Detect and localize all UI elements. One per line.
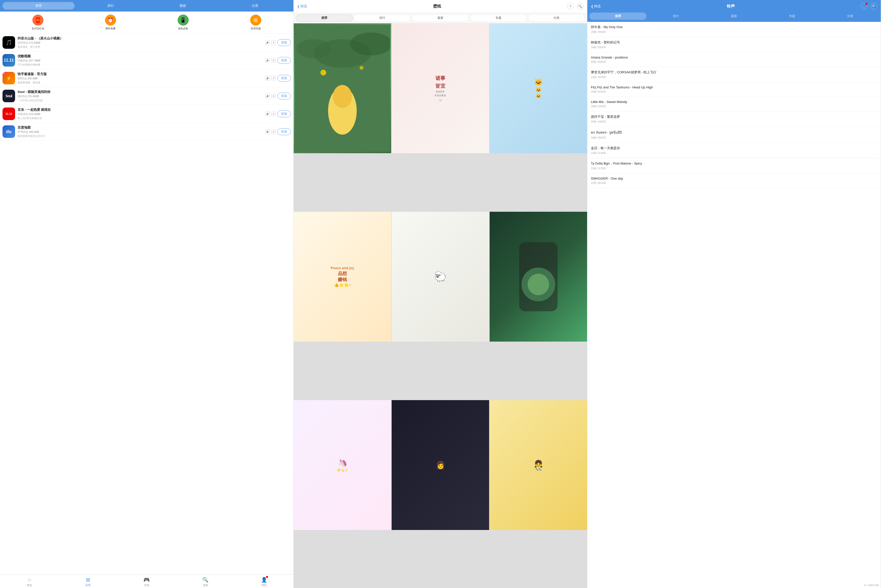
- wallpaper-cell-6[interactable]: [489, 212, 587, 342]
- wallpaper-phone: [489, 212, 587, 342]
- kuaishou-a-icon: A: [271, 76, 276, 80]
- ringtone-title: 铃声: [603, 4, 858, 9]
- nav-games[interactable]: 🎮 游戏: [117, 577, 176, 587]
- nav-apps[interactable]: ⊞ 应用: [59, 577, 117, 587]
- tab-category[interactable]: 分类: [219, 2, 291, 9]
- nav-featured[interactable]: ☆ 精选: [0, 577, 59, 587]
- nav-me[interactable]: 👤 我的: [235, 577, 293, 587]
- baidu-install-btn[interactable]: 安装: [277, 128, 291, 135]
- games-icon: 🎮: [143, 577, 150, 583]
- wallpaper-cell-1[interactable]: [294, 23, 391, 153]
- kuaishou-install-btn[interactable]: 安装: [277, 75, 291, 82]
- wallpaper-search-btn[interactable]: 🔍: [577, 3, 584, 9]
- wallpaper-help-btn[interactable]: ?: [567, 3, 573, 9]
- alipay-label: 支付宝红包: [32, 27, 44, 30]
- wallpaper-tab-new[interactable]: 最新: [412, 14, 469, 22]
- ringtone-tab-rank[interactable]: 排行: [647, 12, 704, 20]
- tab-recommend[interactable]: 推荐: [3, 2, 75, 9]
- app-item-soul: Soul Soul - 跟随灵魂找到你 183万次 276.46MB 一亿年轻人…: [0, 87, 293, 105]
- soul-install-btn[interactable]: 安装: [277, 93, 291, 99]
- youku-install-btn[interactable]: 安装: [277, 57, 291, 64]
- tab-new[interactable]: 最新: [147, 2, 219, 9]
- ringtone-item-3[interactable]: 摩登兄弟刘宇宁，CORSAK胡梦周 - 纸上飞行 24秒 397KB: [587, 67, 881, 82]
- search-label: 搜索: [203, 584, 208, 587]
- ringtone-tab-topic[interactable]: 专题: [764, 12, 821, 20]
- youku-actions: 🔊 A 安装: [265, 57, 291, 64]
- ringtone-item-6[interactable]: 易烊千玺 - 繁星追梦 26秒 435KB: [587, 111, 881, 127]
- essentials-label: 装机必备: [178, 27, 188, 30]
- quick-icon-alipay[interactable]: 🧧 支付宝红包: [2, 15, 74, 30]
- ringtone-title-10: SWAGGER - One day: [591, 177, 877, 180]
- ringtone-item-5[interactable]: Little Mix - Sweet Melody 39秒 639KB: [587, 97, 881, 111]
- ringtone-item-7[interactable]: พร จันทพร - ปูหนีบอีปิ 34秒 550KB: [587, 127, 881, 143]
- quick-icon-essentials[interactable]: 📱 装机必备: [147, 15, 219, 30]
- youku-icon: 11.11: [3, 54, 15, 66]
- kuaishou-ad-icon: 🔊: [265, 76, 270, 80]
- ringtone-header: ❮ 精选 铃声 ↓ 🔍: [587, 0, 881, 12]
- baidu-name: 百度地图: [18, 125, 263, 130]
- topics-label: 应用专题: [251, 27, 261, 30]
- ringtone-download-btn[interactable]: ↓: [861, 3, 867, 9]
- wallpaper-cell-2[interactable]: 诸事 皆宜 KEEP YOUNG ☺: [392, 23, 489, 153]
- ringtone-back-chevron-icon: ❮: [591, 4, 594, 8]
- ringtone-item-10[interactable]: SWAGGER - One day 22秒 381KB: [587, 174, 881, 188]
- soul-a-icon: A: [271, 94, 276, 98]
- ringtone-item-9[interactable]: Ty Dolla $ign，Post Malone - Spicy 19秒 31…: [587, 158, 881, 174]
- svg-point-4: [321, 70, 326, 76]
- wallpaper-tab-category[interactable]: 分类: [528, 14, 585, 22]
- wallpaper-back-btn[interactable]: ❮ 精选: [297, 4, 307, 9]
- ringtone-title-6: 易烊千玺 - 繁星追梦: [591, 114, 877, 119]
- kuaishou-icon: ⚡ 抢↑: [3, 72, 15, 84]
- wallpaper-tab-recommend[interactable]: 推荐: [296, 14, 353, 22]
- ringtone-item-4[interactable]: Fitz,Fitz and The Tantrums - Head Up Hig…: [587, 82, 881, 97]
- ringtone-tab-recommend[interactable]: 推荐: [589, 12, 646, 20]
- baidu-icon: du: [3, 125, 15, 138]
- jd-name: 京东 - 一起热爱 就现在: [18, 108, 263, 112]
- back-chevron-icon: ❮: [297, 4, 300, 8]
- ringtone-title-5: Little Mix - Sweet Melody: [591, 100, 877, 104]
- wallpaper-cell-5[interactable]: 🐑: [392, 212, 489, 342]
- douyin-meta: 1574万次 272.63MB: [18, 41, 263, 45]
- ringtone-item-2[interactable]: Ariana Grande - positions 30秒 488KB: [587, 52, 881, 67]
- ringtone-item-1[interactable]: 林俊杰 - 暂时的记号 34秒 555KB: [587, 37, 881, 52]
- wallpaper-cell-3[interactable]: 🐱 🐱 🐱: [489, 23, 587, 153]
- douyin-desc: 更多朋友，更大世界: [18, 45, 263, 49]
- kuaishou-info: 快手极速版 - 官方版 549万次 350.4MB 极速看视频，看直播: [18, 72, 263, 84]
- ringtone-tab-new[interactable]: 最新: [705, 12, 762, 20]
- ringtone-title-9: Ty Dolla $ign，Post Malone - Spicy: [591, 161, 877, 166]
- ringtone-tab-category[interactable]: 分类: [822, 12, 879, 20]
- quick-icon-free[interactable]: ⏰ 限时免费: [74, 15, 147, 30]
- wallpaper-cell-8[interactable]: 👩: [392, 400, 489, 530]
- ringtone-search-btn[interactable]: 🔍: [871, 3, 877, 9]
- youku-a-icon: A: [271, 58, 276, 63]
- wallpaper-green-girl: [294, 23, 391, 153]
- soul-desc: 一亿年轻人的交流乐园: [18, 99, 263, 102]
- wallpaper-cell-7[interactable]: 🦄 🌟💫✨: [294, 400, 391, 530]
- quick-icon-topics[interactable]: ⊞ 应用专题: [219, 15, 292, 30]
- ringtone-item-0[interactable]: 郑中基 - My Only One 28秒 456KB: [587, 22, 881, 37]
- ringtone-item-8[interactable]: 金莎 - 每一天都是你 31秒 514KB: [587, 143, 881, 158]
- wallpaper-title: 壁纸: [309, 4, 564, 9]
- wallpaper-tab-rank[interactable]: 排行: [354, 14, 411, 22]
- watermark-bar: W* 无极安卓网: [587, 583, 881, 588]
- douyin-install-btn[interactable]: 安装: [277, 39, 291, 46]
- wallpaper-dark-girl: 👩: [392, 400, 489, 530]
- jd-a-icon: A: [271, 111, 276, 116]
- ringtone-meta-9: 19秒 317KB: [591, 166, 877, 170]
- nav-search[interactable]: 🔍 搜索: [176, 577, 235, 587]
- wallpaper-cat: 🐑: [392, 212, 489, 342]
- panel-ringtone: ❮ 精选 铃声 ↓ 🔍 推荐 排行 最新 专题 分类 郑中基 - My Only…: [587, 0, 881, 588]
- wallpaper-cell-4[interactable]: Peace and joy 品想 赚钱 👍⭐🌟↑: [294, 212, 391, 342]
- ringtone-back-btn[interactable]: ❮ 精选: [591, 4, 600, 9]
- soul-actions: 🔊 A 安装: [265, 93, 291, 99]
- ringtone-meta-0: 28秒 456KB: [591, 30, 877, 34]
- wallpaper-cell-9[interactable]: 👧 🐾🐾: [489, 400, 587, 530]
- app-item-baidu: du 百度地图 3779万次 348.2MB 精准智能导航和公交出行 🔊 A 安…: [0, 123, 293, 141]
- wallpaper-tab-topic[interactable]: 专题: [470, 14, 527, 22]
- jd-install-btn[interactable]: 安装: [277, 111, 291, 117]
- tab-rank[interactable]: 排行: [75, 2, 147, 9]
- baidu-actions: 🔊 A 安装: [265, 128, 291, 135]
- douyin-name: 抖音火山版 - （原火山小视频）: [18, 36, 263, 41]
- wallpaper-header-icons: ? 🔍: [567, 3, 584, 9]
- wallpaper-sub-tabs: 推荐 排行 最新 专题 分类: [294, 13, 587, 23]
